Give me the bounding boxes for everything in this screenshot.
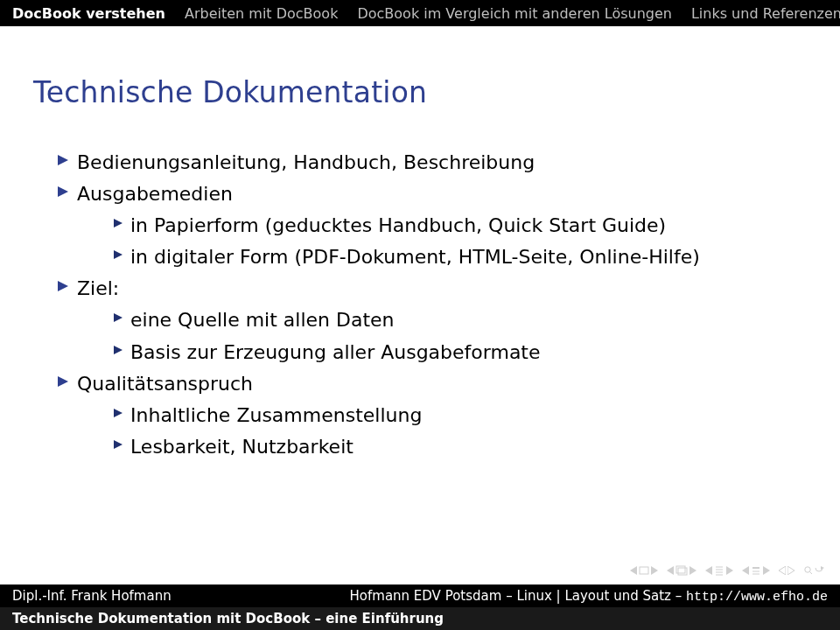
list-item: eine Quelle mit allen Daten (114, 305, 807, 335)
list-item: in digitaler Form (PDF-Dokument, HTML-Se… (114, 242, 807, 272)
nav-item-arbeiten[interactable]: Arbeiten mit DocBook (185, 5, 338, 22)
svg-marker-16 (690, 566, 696, 575)
triangle-icon (58, 376, 68, 387)
list-item: Lesbarkeit, Nutzbarkeit (114, 432, 807, 462)
list-item: Ziel: (58, 274, 807, 304)
svg-rect-11 (640, 567, 648, 574)
list-item: in Papierform (geducktes Handbuch, Quick… (114, 211, 807, 241)
triangle-icon (114, 219, 122, 228)
top-nav: DocBook verstehen Arbeiten mit DocBook D… (0, 0, 840, 26)
footer-affiliation: Hofmann EDV Potsdam – Linux | Layout und… (350, 588, 828, 605)
triangle-icon (114, 250, 122, 259)
svg-marker-8 (114, 409, 122, 417)
triangle-icon (114, 409, 122, 417)
footer-url[interactable]: http://www.efho.de (686, 590, 828, 605)
svg-marker-4 (58, 281, 68, 291)
bullet-text: Basis zur Erzeugung aller Ausgabeformate (130, 338, 541, 368)
bullet-text: in Papierform (geducktes Handbuch, Quick… (130, 211, 666, 241)
slide: DocBook verstehen Arbeiten mit DocBook D… (0, 0, 840, 630)
nav-back-forward[interactable] (779, 566, 794, 575)
list-item: Qualitätsanspruch (58, 369, 807, 399)
svg-marker-28 (779, 566, 786, 575)
list-item: Bedienungsanleitung, Handbuch, Beschreib… (58, 148, 807, 178)
svg-marker-22 (726, 566, 733, 575)
svg-marker-3 (114, 250, 122, 259)
bullet-text: Lesbarkeit, Nutzbarkeit (130, 432, 354, 462)
triangle-icon (58, 186, 68, 197)
beamer-nav-symbols (630, 565, 824, 576)
bullet-text: Inhaltliche Zusammenstellung (130, 401, 422, 430)
footer: Dipl.-Inf. Frank Hofmann Hofmann EDV Pot… (0, 584, 840, 630)
nav-section-prev-next[interactable] (742, 565, 770, 576)
svg-point-30 (805, 567, 810, 572)
svg-line-31 (810, 572, 813, 575)
footer-subtitle: Technische Dokumentation mit DocBook – e… (12, 611, 444, 626)
nav-frame-prev-next[interactable] (667, 565, 696, 576)
footer-top: Dipl.-Inf. Frank Hofmann Hofmann EDV Pot… (0, 584, 840, 607)
bullet-text: Bedienungsanleitung, Handbuch, Beschreib… (77, 148, 535, 178)
triangle-icon (58, 155, 68, 165)
footer-affil-text: Hofmann EDV Potsdam – Linux | Layout und… (350, 588, 686, 604)
list-item: Inhaltliche Zusammenstellung (114, 401, 807, 430)
svg-marker-7 (58, 376, 68, 387)
nav-item-docbook-verstehen[interactable]: DocBook verstehen (12, 5, 165, 22)
svg-marker-5 (114, 313, 122, 322)
bullet-list: Bedienungsanleitung, Handbuch, Beschreib… (33, 148, 807, 462)
nav-item-vergleich[interactable]: DocBook im Vergleich mit anderen Lösunge… (357, 5, 672, 22)
list-item: Ausgabemedien (58, 179, 807, 209)
svg-marker-23 (742, 566, 749, 575)
bullet-text: in digitaler Form (PDF-Dokument, HTML-Se… (130, 242, 700, 272)
bullet-text: Ausgabemedien (77, 179, 233, 209)
bullet-text: Qualitätsanspruch (77, 369, 253, 399)
triangle-icon (58, 281, 68, 291)
bullet-text: eine Quelle mit allen Daten (130, 305, 395, 335)
svg-marker-29 (788, 566, 794, 575)
nav-slide-prev-next[interactable] (630, 566, 658, 575)
nav-subsection-prev-next[interactable] (705, 565, 733, 576)
footer-author: Dipl.-Inf. Frank Hofmann (12, 588, 172, 604)
svg-marker-12 (651, 566, 658, 575)
footer-bottom: Technische Dokumentation mit DocBook – e… (0, 607, 840, 630)
svg-marker-27 (763, 566, 770, 575)
triangle-icon (114, 313, 122, 322)
svg-marker-0 (58, 155, 68, 165)
triangle-icon (114, 440, 122, 449)
svg-marker-1 (58, 186, 68, 197)
svg-marker-9 (114, 440, 122, 449)
svg-marker-6 (114, 346, 122, 354)
list-item: Basis zur Erzeugung aller Ausgabeformate (114, 338, 807, 368)
svg-marker-2 (114, 219, 122, 228)
nav-item-links[interactable]: Links und Referenzen (691, 5, 840, 22)
svg-marker-17 (705, 566, 712, 575)
svg-marker-10 (630, 566, 637, 575)
nav-search-circulate[interactable] (803, 565, 824, 576)
slide-title: Technische Dokumentation (33, 75, 807, 109)
bullet-text: Ziel: (77, 274, 119, 304)
svg-marker-13 (667, 566, 674, 575)
triangle-icon (114, 346, 122, 354)
slide-body: Technische Dokumentation Bedienungsanlei… (0, 26, 840, 462)
